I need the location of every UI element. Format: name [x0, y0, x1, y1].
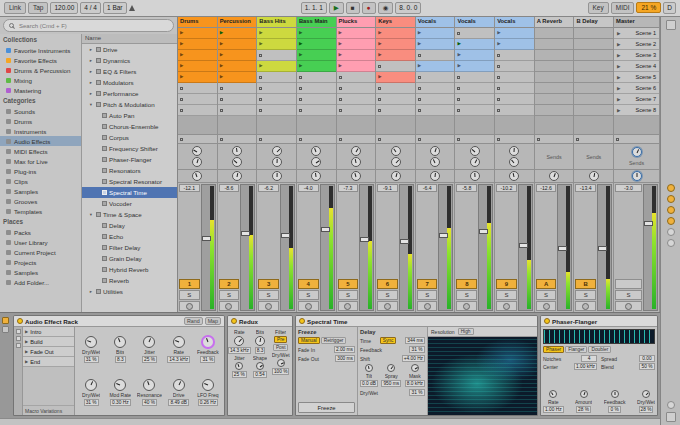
feedback-value[interactable]: 0 % — [608, 406, 620, 413]
fade-out-value[interactable]: 300 ms — [335, 355, 355, 362]
sidebar-item-instruments[interactable]: Instruments — [0, 126, 81, 136]
send-b-knob[interactable] — [509, 157, 519, 167]
browser-show-hide-toggle[interactable] — [666, 412, 676, 422]
track-activator[interactable]: 8 — [456, 279, 477, 289]
empty-clip-slot[interactable] — [257, 83, 296, 94]
send-a-knob[interactable] — [272, 146, 282, 156]
clip-launch-icon[interactable]: ▶ — [457, 64, 460, 69]
sidebar-item-mixing[interactable]: Mixing — [0, 75, 81, 85]
clip-slot[interactable]: ▶ — [218, 39, 257, 50]
solo-button[interactable]: S — [456, 290, 477, 300]
stop-button[interactable]: ■ — [346, 2, 360, 13]
track-header[interactable]: A Reverb — [535, 17, 574, 28]
metronome-icon[interactable] — [129, 5, 135, 11]
arm-button[interactable] — [377, 301, 398, 311]
folder-toggle-icon[interactable]: ▸ — [88, 91, 94, 96]
empty-clip-slot[interactable] — [535, 94, 574, 105]
empty-clip-slot[interactable] — [416, 105, 455, 116]
track-header[interactable]: Bass Main — [297, 17, 336, 28]
empty-clip-slot[interactable] — [257, 50, 296, 61]
clip-slot[interactable]: ▶ — [337, 39, 376, 50]
fader-handle[interactable] — [400, 239, 409, 244]
solo-button[interactable]: S — [179, 290, 200, 300]
play-button[interactable]: ▶ — [329, 2, 344, 13]
macro-knob[interactable] — [85, 379, 97, 391]
arm-button[interactable] — [496, 301, 517, 311]
browser-list-header[interactable]: Name — [82, 34, 177, 44]
folder-toggle-icon[interactable]: ▸ — [88, 47, 94, 52]
bits-value[interactable]: 8.3 — [255, 347, 266, 354]
empty-clip-slot[interactable] — [495, 72, 534, 83]
chain-play-icon[interactable]: ▶ — [25, 329, 28, 334]
track-header[interactable]: Keys — [376, 17, 415, 28]
arm-button[interactable] — [456, 301, 477, 311]
freeze-manual-button[interactable]: Manual — [298, 337, 320, 344]
track-activator[interactable]: 5 — [338, 279, 359, 289]
send-b-knob[interactable] — [430, 157, 440, 167]
solo-button[interactable]: S — [615, 290, 642, 300]
pan-knob[interactable] — [589, 171, 599, 181]
empty-clip-slot[interactable] — [297, 83, 336, 94]
clip-slot[interactable]: ▶ — [376, 39, 415, 50]
browser-file-auto-pan[interactable]: Auto Pan — [82, 110, 177, 121]
empty-clip-slot[interactable] — [218, 83, 257, 94]
track-activator[interactable]: B — [575, 279, 596, 289]
resolution-menu[interactable]: High — [458, 328, 474, 335]
sync-button[interactable]: Sync — [380, 337, 397, 344]
clip-slot[interactable]: ▶ — [257, 61, 296, 72]
stop-all-clips-button[interactable] — [614, 135, 659, 144]
session-record-button[interactable]: ◉ — [378, 2, 394, 13]
notches-value[interactable]: 4 — [581, 355, 597, 362]
folder-toggle-icon[interactable]: ▸ — [88, 58, 94, 63]
empty-clip-slot[interactable] — [376, 83, 415, 94]
volume-fader[interactable] — [518, 184, 533, 311]
track-header[interactable]: Vocals — [455, 17, 494, 28]
show-devices-toggle[interactable] — [16, 343, 21, 348]
io-section-box[interactable] — [666, 20, 676, 30]
clip-launch-icon[interactable]: ▶ — [259, 31, 262, 36]
solo-button[interactable]: S — [536, 290, 557, 300]
solo-button[interactable]: S — [417, 290, 438, 300]
fader-handle[interactable] — [644, 221, 653, 226]
clip-launch-icon[interactable]: ▶ — [339, 53, 342, 58]
sidebar-item-projects[interactable]: Projects — [0, 257, 81, 267]
macro-knob[interactable] — [143, 336, 155, 348]
track-header[interactable]: Drums — [178, 17, 217, 28]
scene-launch-icon[interactable]: ▶ — [617, 42, 620, 47]
track-header[interactable]: Bass Hits — [257, 17, 296, 28]
pan-knob[interactable] — [509, 171, 519, 181]
browser-file-corpus[interactable]: Corpus — [82, 132, 177, 143]
stop-clips-button[interactable] — [574, 135, 613, 144]
empty-clip-slot[interactable] — [455, 72, 494, 83]
sidebar-item-sounds[interactable]: Sounds — [0, 106, 81, 116]
stop-clips-button[interactable] — [218, 135, 257, 144]
stop-clips-button[interactable] — [376, 135, 415, 144]
fader-handle[interactable] — [439, 233, 448, 238]
empty-clip-slot[interactable] — [376, 61, 415, 72]
browser-file-hybrid-reverb[interactable]: Hybrid Reverb — [82, 264, 177, 275]
clip-launch-icon[interactable]: ▶ — [180, 64, 183, 69]
volume-fader[interactable] — [478, 184, 493, 311]
volume-fader[interactable] — [359, 184, 374, 311]
show-sends-toggle[interactable] — [667, 195, 675, 203]
track-activator[interactable]: 9 — [496, 279, 517, 289]
empty-clip-slot[interactable] — [455, 83, 494, 94]
rate-knob[interactable] — [234, 336, 244, 346]
empty-clip-slot[interactable] — [337, 83, 376, 94]
browser-file-reverb[interactable]: Reverb — [82, 275, 177, 286]
master-pan-knob[interactable] — [632, 171, 642, 181]
show-mixer-toggle[interactable] — [667, 217, 675, 225]
sidebar-item-midi-effects[interactable]: MIDI Effects — [0, 146, 81, 156]
chain-play-icon[interactable]: ▶ — [25, 349, 28, 354]
empty-clip-slot[interactable] — [495, 50, 534, 61]
shift-value[interactable]: +4.00 Hz — [402, 355, 425, 362]
clip-launch-icon[interactable]: ▶ — [339, 31, 342, 36]
stop-clips-button[interactable] — [178, 135, 217, 144]
fader-handle[interactable] — [558, 246, 567, 251]
empty-clip-slot[interactable] — [535, 28, 574, 39]
clip-slot[interactable]: ▶ — [337, 28, 376, 39]
macro-knob[interactable] — [85, 336, 97, 348]
pan-knob[interactable] — [351, 171, 361, 181]
clip-launch-icon[interactable]: ▶ — [259, 42, 262, 47]
stop-clips-button[interactable] — [416, 135, 455, 144]
